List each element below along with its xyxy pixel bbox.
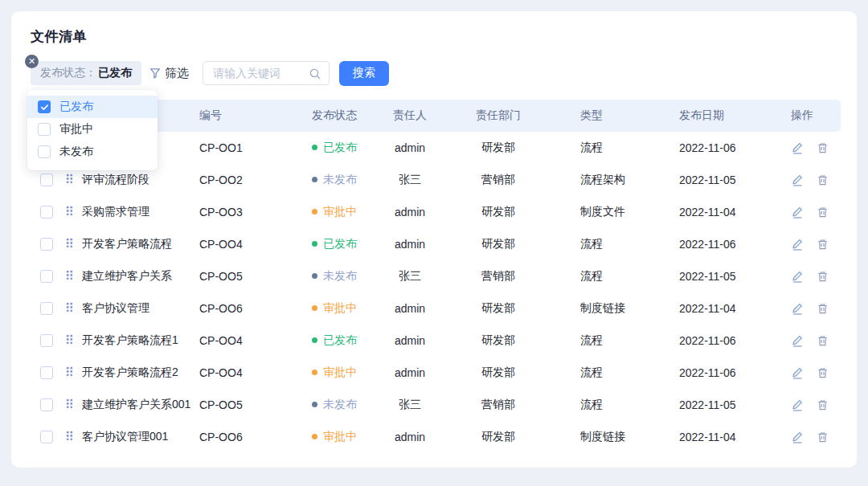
edit-button[interactable] <box>791 141 804 154</box>
drag-handle-icon[interactable] <box>66 206 73 216</box>
owner-cell: 张三 <box>378 164 442 196</box>
row-checkbox[interactable] <box>40 174 53 186</box>
status-label: 未发布 <box>323 269 357 282</box>
column-header-责任部门: 责任部门 <box>442 100 555 132</box>
delete-button[interactable] <box>817 366 829 379</box>
column-header-编号: 编号 <box>199 100 312 132</box>
file-name-cell: 客户协议管理 <box>82 292 199 325</box>
edit-button[interactable] <box>791 174 804 186</box>
search-button[interactable]: 搜索 <box>339 61 389 86</box>
status-dot <box>312 241 317 247</box>
delete-button[interactable] <box>817 238 829 251</box>
delete-button[interactable] <box>817 141 829 154</box>
file-code-cell: CP-OO5 <box>199 260 312 292</box>
row-checkbox[interactable] <box>40 334 53 347</box>
edit-button[interactable] <box>791 366 804 379</box>
edit-button[interactable] <box>791 334 804 347</box>
toolbar: ✕ 发布状态： 已发布 筛选 搜索 <box>31 61 389 85</box>
table-row: 采购需求管理CP-OO3审批中admin研发部制度文件2022-11-04 <box>31 196 841 228</box>
file-code-cell: CP-OO1 <box>199 132 312 164</box>
publish-date-cell: 2022-11-06 <box>679 357 791 389</box>
publish-status-cell: 已发布 <box>312 325 378 357</box>
type-cell: 流程 <box>555 132 679 164</box>
dept-cell: 营销部 <box>442 389 555 421</box>
search-input[interactable] <box>211 66 311 80</box>
checkbox[interactable] <box>38 100 51 113</box>
filter-chip-label: 发布状态： <box>40 66 96 80</box>
row-checkbox[interactable] <box>40 270 53 283</box>
publish-status-cell: 已发布 <box>312 228 378 260</box>
drag-handle-icon[interactable] <box>66 366 73 377</box>
operations-cell <box>791 325 841 357</box>
delete-button[interactable] <box>817 398 829 411</box>
operations-cell <box>791 132 841 164</box>
row-checkbox[interactable] <box>40 206 53 218</box>
status-dot <box>312 305 317 311</box>
search-icon <box>309 67 321 84</box>
checkbox[interactable] <box>38 123 51 136</box>
drag-handle-icon[interactable] <box>66 238 73 248</box>
publish-status-cell: 未发布 <box>312 389 378 421</box>
file-list-card: 文件清单 ✕ 发布状态： 已发布 筛选 搜索 已发布审批中未发布 <box>11 11 857 468</box>
delete-button[interactable] <box>817 302 829 315</box>
publish-date-cell: 2022-11-04 <box>679 292 791 325</box>
operations-cell <box>791 357 841 389</box>
edit-button[interactable] <box>791 270 804 283</box>
delete-button[interactable] <box>817 174 829 186</box>
drag-handle-icon[interactable] <box>66 270 73 280</box>
close-icon[interactable]: ✕ <box>25 55 39 68</box>
filter-button[interactable]: 筛选 <box>149 66 189 81</box>
column-header-操作: 操作 <box>791 100 841 132</box>
row-checkbox[interactable] <box>40 366 53 379</box>
funnel-icon <box>149 67 161 79</box>
publish-status-cell: 审批中 <box>312 357 378 389</box>
drag-handle-icon[interactable] <box>66 334 73 345</box>
type-cell: 流程 <box>555 325 679 357</box>
edit-button[interactable] <box>791 398 804 411</box>
publish-status-dropdown: 已发布审批中未发布 <box>27 90 158 170</box>
dropdown-option-已发布[interactable]: 已发布 <box>27 96 158 118</box>
publish-status-cell: 未发布 <box>312 260 378 292</box>
delete-button[interactable] <box>817 431 829 443</box>
row-checkbox[interactable] <box>40 398 53 411</box>
drag-handle-icon[interactable] <box>66 174 73 184</box>
operations-cell <box>791 260 841 292</box>
delete-button[interactable] <box>817 334 829 347</box>
dept-cell: 研发部 <box>442 228 555 260</box>
operations-cell <box>791 421 841 453</box>
dropdown-option-未发布[interactable]: 未发布 <box>27 141 158 163</box>
operations-cell <box>791 389 841 421</box>
file-code-cell: CP-OO4 <box>199 228 312 260</box>
table-row: 建立维护客户关系001CP-OO5未发布张三营销部流程2022-11-05 <box>31 389 841 421</box>
file-name-cell: 采购需求管理 <box>82 196 199 228</box>
dept-cell: 研发部 <box>442 421 555 453</box>
drag-handle-icon[interactable] <box>66 302 73 312</box>
edit-button[interactable] <box>791 302 804 315</box>
file-code-cell: CP-OO2 <box>199 164 312 196</box>
type-cell: 制度链接 <box>555 292 679 325</box>
file-code-cell: CP-OO3 <box>199 196 312 228</box>
delete-button[interactable] <box>817 206 829 218</box>
type-cell: 制度链接 <box>555 421 679 453</box>
edit-button[interactable] <box>791 206 804 218</box>
column-header-类型: 类型 <box>555 100 679 132</box>
status-dot <box>312 145 317 150</box>
status-label: 未发布 <box>323 173 357 186</box>
checkbox[interactable] <box>38 145 51 158</box>
drag-handle-icon[interactable] <box>66 431 73 441</box>
delete-button[interactable] <box>817 270 829 283</box>
drag-handle-icon[interactable] <box>66 398 73 409</box>
dropdown-option-审批中[interactable]: 审批中 <box>27 118 158 141</box>
status-label: 未发布 <box>323 398 357 410</box>
dept-cell: 研发部 <box>442 196 555 228</box>
row-checkbox[interactable] <box>40 302 53 315</box>
edit-button[interactable] <box>791 431 804 443</box>
edit-button[interactable] <box>791 238 804 251</box>
publish-status-cell: 审批中 <box>312 292 378 325</box>
file-name-cell: 开发客户策略流程1 <box>82 325 199 357</box>
type-cell: 制度文件 <box>555 196 679 228</box>
owner-cell: admin <box>378 325 442 357</box>
row-checkbox[interactable] <box>40 238 53 251</box>
publish-status-filter-chip[interactable]: ✕ 发布状态： 已发布 <box>31 61 141 85</box>
row-checkbox[interactable] <box>40 431 53 443</box>
